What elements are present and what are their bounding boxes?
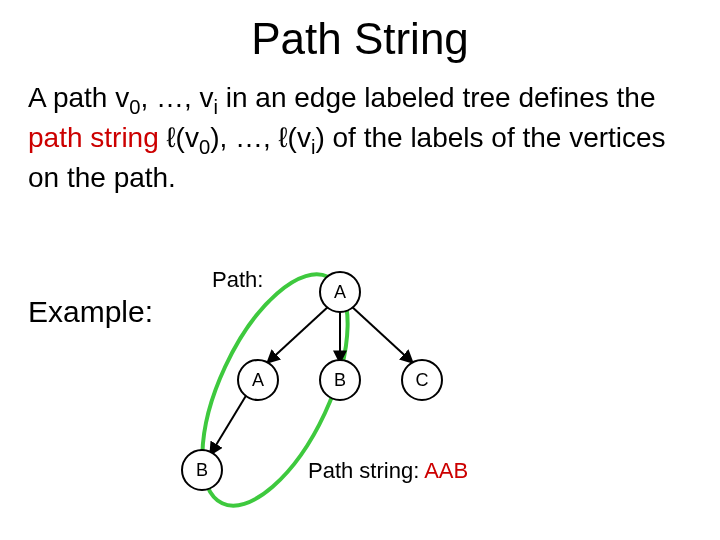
node-label: A xyxy=(334,282,346,302)
path-string-label: Path string: AAB xyxy=(308,458,468,484)
def-seg: ), …, ℓ(v xyxy=(210,122,311,153)
tree-node-childA: A xyxy=(238,360,278,400)
def-sub: 0 xyxy=(199,135,210,157)
node-label: B xyxy=(196,460,208,480)
def-term: path string xyxy=(28,122,159,153)
node-label: A xyxy=(252,370,264,390)
tree-node-root: A xyxy=(320,272,360,312)
tree-node-childC: C xyxy=(402,360,442,400)
tree-edge xyxy=(267,305,330,363)
tree-node-leafB: B xyxy=(182,450,222,490)
page-title: Path String xyxy=(0,14,720,64)
def-seg: A path v xyxy=(28,82,129,113)
example-label: Example: xyxy=(28,295,153,329)
tree-node-childB: B xyxy=(320,360,360,400)
path-string-value: AAB xyxy=(424,458,468,483)
node-label: C xyxy=(416,370,429,390)
def-sub: 0 xyxy=(129,96,140,118)
def-seg: in an edge labeled tree defines the xyxy=(218,82,655,113)
def-seg: , …, v xyxy=(140,82,213,113)
definition-text: A path v0, …, vi in an edge labeled tree… xyxy=(28,80,684,195)
tree-edge xyxy=(210,394,247,455)
tree-edge xyxy=(350,305,413,363)
node-label: B xyxy=(334,370,346,390)
def-seg: ℓ(v xyxy=(159,122,199,153)
path-string-caption: Path string: xyxy=(308,458,424,483)
